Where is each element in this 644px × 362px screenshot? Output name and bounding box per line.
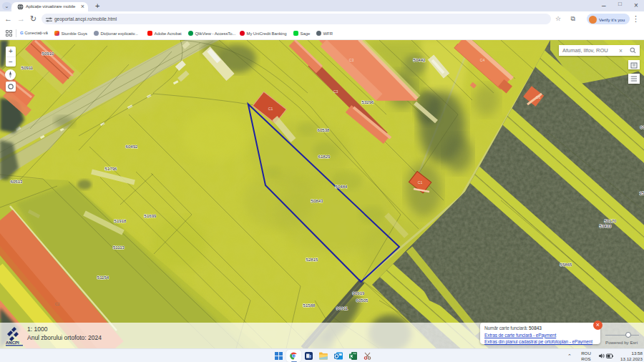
svg-text:51588: 51588 [303,303,316,308]
svg-text:51918: 51918 [114,218,127,223]
svg-text:50843: 50843 [311,198,324,203]
svg-text:90911: 90911 [336,305,348,310]
svg-text:51154: 51154 [97,275,109,280]
svg-text:50442: 50442 [414,57,426,62]
svg-text:C1: C1 [418,180,423,185]
svg-text:55865: 55865 [560,262,573,267]
svg-text:60505: 60505 [356,298,369,303]
svg-text:61829: 61829 [318,154,331,159]
svg-text:60492: 60492 [126,144,139,149]
svg-text:C2: C2 [55,302,60,306]
svg-text:60538: 60538 [318,127,331,132]
svg-text:15: 15 [640,190,644,195]
svg-text:60: 60 [640,124,644,129]
svg-text:51796: 51796 [105,166,118,171]
svg-text:60513: 60513 [11,179,24,184]
svg-text:53433: 53433 [600,223,613,228]
svg-text:51699: 51699 [145,213,157,218]
svg-text:C6: C6 [536,95,541,99]
svg-text:50911: 50911 [21,65,34,70]
svg-text:50484: 50484 [336,184,348,189]
svg-text:50910: 50910 [42,51,55,56]
svg-text:51113: 51113 [113,245,125,250]
svg-text:C3: C3 [333,89,338,94]
svg-text:50170: 50170 [605,218,618,223]
svg-text:C3: C3 [349,58,354,62]
svg-text:53296: 53296 [362,99,375,104]
svg-text:C4: C4 [480,58,485,62]
svg-text:ANCPI: ANCPI [6,341,19,345]
svg-text:C1: C1 [268,107,273,111]
svg-text:52815: 52815 [306,257,319,262]
svg-text:90919: 90919 [353,290,366,295]
